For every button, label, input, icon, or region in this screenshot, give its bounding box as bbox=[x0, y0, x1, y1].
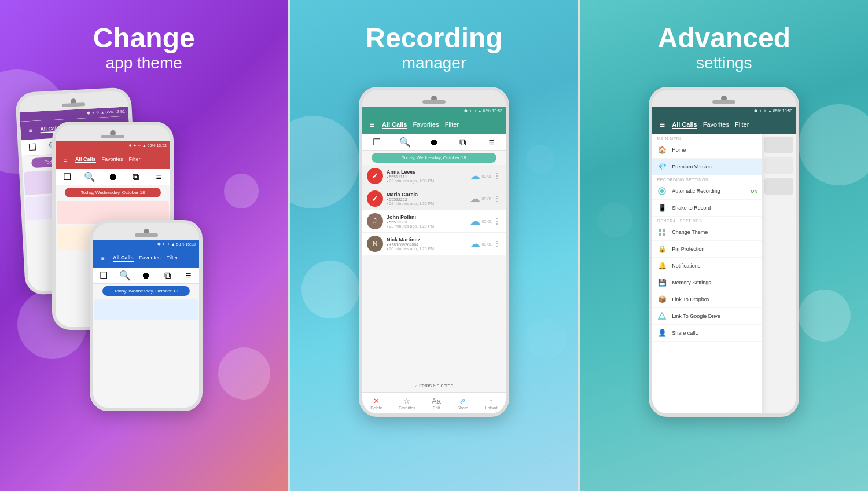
nav-tabs: All Calls Favorites Filter bbox=[382, 121, 459, 129]
theme-icon bbox=[657, 227, 667, 237]
section-label-recording: RECORDING SETTINGS bbox=[652, 175, 762, 183]
call-item: J John Pollini • 55533333 • 23 minutes a… bbox=[362, 210, 506, 233]
settings-auto-record-label: Automatic Recording bbox=[672, 188, 751, 194]
call-item: Anna Lewis • 55511111 • 22 minutes ago, … bbox=[362, 165, 506, 188]
app-header: ≡ All Calls Favorites Filter bbox=[652, 116, 796, 134]
settings-theme-label: Change Theme bbox=[672, 229, 757, 235]
tab-filter: Filter bbox=[167, 255, 178, 262]
font-icon: Aa bbox=[432, 397, 441, 405]
panel2-title-big: Recording bbox=[365, 23, 502, 54]
settings-container: MAIN MENU 🏠 Home 💎 Premium Version RECOR… bbox=[652, 134, 796, 413]
settings-item-shake: 📱 Shake to Record bbox=[652, 200, 762, 217]
tab-favorites: Favorites bbox=[102, 156, 123, 163]
edit-label: Edit bbox=[433, 406, 440, 410]
share-action: ⇗ Share bbox=[457, 397, 468, 410]
app-header: ≡ All Calls Favorites Filter bbox=[56, 151, 170, 169]
favorites-action: ☆ Favorites bbox=[399, 397, 415, 410]
delete-action: ✕ Delete bbox=[370, 397, 382, 410]
record-icon: ⏺ bbox=[429, 138, 439, 147]
spacer bbox=[362, 255, 506, 379]
call-item: Maria Garcia • 55522222 • 22 minutes ago… bbox=[362, 188, 506, 210]
tab-all-calls: All Calls bbox=[75, 156, 96, 163]
phone-blue-front: ✱ ✦ ✧ ▲ 58% 15:23 ≡ All Calls Favorites … bbox=[90, 220, 203, 411]
panel-advanced-settings: Advanced settings ✱ ✦ ✧ ▲ 65% 13:53 ≡ Al… bbox=[580, 0, 868, 491]
settings-item-theme: Change Theme bbox=[652, 224, 762, 241]
call-info-nick: Nick Martinez • +381669264004 • 26 minut… bbox=[387, 237, 470, 251]
settings-item-dropbox: 📦 Link To Dropbox bbox=[652, 291, 762, 308]
panel2-title-small: manager bbox=[365, 54, 502, 72]
tab-favorites: Favorites bbox=[413, 121, 439, 129]
settings-item-notifications: 🔔 Notifications bbox=[652, 258, 762, 274]
delete-icon: ✕ bbox=[373, 397, 380, 405]
phone-screen: ≡ All Calls Favorites Filter ☐ 🔍 ⏺ ⧉ ≡ T… bbox=[93, 249, 199, 408]
record-icon: ⏺ bbox=[141, 271, 150, 280]
record-icon: ⏺ bbox=[108, 173, 117, 182]
dropbox-icon: 📦 bbox=[657, 294, 667, 305]
settings-drawer: MAIN MENU 🏠 Home 💎 Premium Version RECOR… bbox=[652, 134, 762, 413]
panel1-title-big: Change bbox=[93, 23, 195, 54]
menu-icon: ≡ bbox=[657, 120, 667, 130]
settings-dropbox-label: Link To Dropbox bbox=[672, 296, 757, 302]
panel1-title-small: app theme bbox=[93, 54, 195, 72]
phone-top-bar bbox=[56, 125, 170, 141]
check-avatar-maria bbox=[367, 190, 383, 207]
phone-recording-main: ✱ ✦ ✧ ▲ 65% 13:53 ≡ All Calls Favorites … bbox=[359, 87, 509, 417]
google-drive-icon bbox=[657, 311, 667, 321]
selected-bar: 2 Items Selected bbox=[362, 379, 506, 393]
settings-notifications-label: Notifications bbox=[672, 263, 757, 269]
selected-count: 2 Items Selected bbox=[414, 383, 453, 389]
cloud-outline-icon: ☁ bbox=[470, 192, 480, 205]
search-icon: 🔍 bbox=[85, 173, 94, 182]
phone-top-bar bbox=[652, 90, 796, 107]
check-icon: ☐ bbox=[62, 173, 72, 182]
app-header: ≡ All Calls Favorites Filter bbox=[362, 116, 506, 134]
nav-tabs: All Calls Favorites Filter bbox=[113, 255, 178, 262]
call-info-maria: Maria Garcia • 55522222 • 22 minutes ago… bbox=[387, 192, 470, 206]
phone-top-bar bbox=[93, 223, 199, 240]
upload-icon: ↑ bbox=[489, 397, 493, 405]
panel-recording-manager: Recording manager ✱ ✦ ✧ ▲ 65% 13:53 ≡ Al… bbox=[288, 0, 580, 491]
panel3-title-big: Advanced bbox=[658, 23, 790, 54]
nav-tabs: All Calls Favorites Filter bbox=[75, 156, 141, 163]
toolbar: ☐ 🔍 ⏺ ⧉ ≡ bbox=[362, 134, 506, 151]
settings-home-label: Home bbox=[672, 147, 757, 153]
tab-filter: Filter bbox=[129, 156, 141, 163]
call-item-blue bbox=[94, 299, 198, 320]
notifications-icon: 🔔 bbox=[657, 261, 667, 271]
list-icon: ≡ bbox=[184, 271, 193, 280]
svg-rect-3 bbox=[663, 229, 665, 232]
settings-item-memory: 💾 Memory Settings bbox=[652, 274, 762, 291]
panel3-title: Advanced settings bbox=[658, 23, 790, 72]
settings-item-pin: 🔒 Pin Protection bbox=[652, 241, 762, 258]
section-label-general: GENERAL SETTINGS bbox=[652, 217, 762, 224]
check-icon: ☐ bbox=[27, 142, 37, 152]
section-label-main: MAIN MENU bbox=[652, 134, 762, 142]
menu-icon: ≡ bbox=[367, 120, 377, 130]
svg-marker-6 bbox=[659, 313, 665, 319]
share-callu-icon: 👤 bbox=[657, 328, 667, 338]
premium-icon: 💎 bbox=[657, 162, 667, 172]
tab-all-calls: All Calls bbox=[672, 121, 697, 129]
shake-icon: 📱 bbox=[657, 203, 667, 213]
phone-status-bar: ✱ ✦ ✧ ▲ 65% 13:52 bbox=[56, 141, 170, 151]
phone-screen: ≡ All Calls Favorites Filter ☐ 🔍 ⏺ ⧉ ≡ T… bbox=[362, 116, 506, 413]
svg-point-1 bbox=[660, 189, 664, 193]
phone-settings-main: ✱ ✦ ✧ ▲ 65% 13:53 ≡ All Calls Favorites … bbox=[649, 87, 799, 417]
call-item: N Nick Martinez • +381669264004 • 26 min… bbox=[362, 233, 506, 255]
settings-item-google-drive: Link To Google Drive bbox=[652, 308, 762, 325]
panel3-title-small: settings bbox=[658, 54, 790, 72]
phone-status-bar: ✱ ✦ ✧ ▲ 65% 13:53 bbox=[362, 107, 506, 116]
call-info-john: John Pollini • 55533333 • 23 minutes ago… bbox=[387, 214, 470, 228]
date-badge: Today, Wednesday, October 18 bbox=[102, 286, 190, 296]
phone-speaker bbox=[62, 102, 85, 107]
phone-top-bar bbox=[362, 90, 506, 107]
check-icon: ☐ bbox=[99, 271, 108, 280]
panel-change-theme: Change app theme ✱ ✦ ✧ ▲ 65% 13:51 ≡ All… bbox=[0, 0, 288, 491]
tab-filter: Filter bbox=[445, 121, 459, 129]
cloud-icon: ☁ bbox=[470, 237, 480, 250]
panel2-title: Recording manager bbox=[365, 23, 502, 72]
copy-icon: ⧉ bbox=[131, 173, 141, 182]
settings-gdrive-label: Link To Google Drive bbox=[672, 313, 757, 319]
memory-icon: 💾 bbox=[657, 277, 667, 288]
edit-action: Aa Edit bbox=[432, 397, 441, 410]
